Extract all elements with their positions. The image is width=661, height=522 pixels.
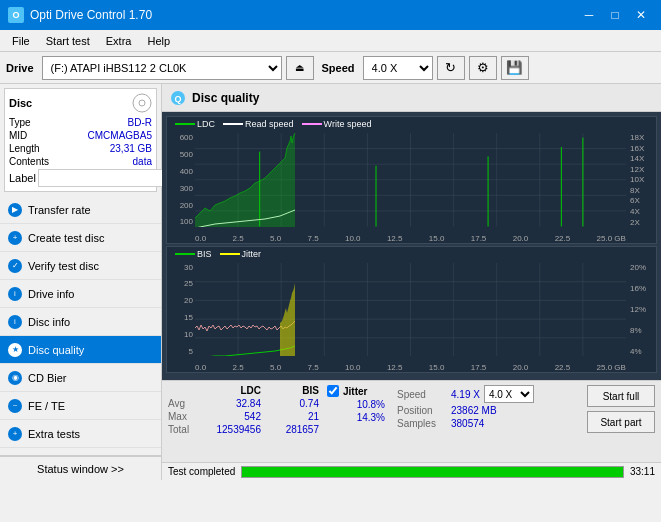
disc-label-row: Label 🖊 bbox=[9, 169, 152, 187]
config-button[interactable]: ⚙ bbox=[469, 56, 497, 80]
samples-row: Samples 380574 bbox=[397, 418, 534, 429]
nav-verify-test-disc[interactable]: ✓ Verify test disc bbox=[0, 252, 161, 280]
status-window-button[interactable]: Status window >> bbox=[0, 456, 161, 480]
disc-length-row: Length 23,31 GB bbox=[9, 143, 152, 154]
nav-drive-info[interactable]: i Drive info bbox=[0, 280, 161, 308]
total-ldc: 12539456 bbox=[203, 424, 261, 435]
maximize-button[interactable]: □ bbox=[603, 5, 627, 25]
lower-y-axis-left: 30 25 20 15 10 5 bbox=[167, 263, 195, 357]
nav-disc-info[interactable]: i Disc info bbox=[0, 308, 161, 336]
nav-icon-drive-info: i bbox=[8, 287, 22, 301]
speed-select[interactable]: 4.0 X bbox=[484, 385, 534, 403]
avg-label: Avg bbox=[168, 398, 203, 409]
progress-area: Test completed 33:11 bbox=[162, 462, 661, 480]
charts-area: LDC Read speed Write speed bbox=[162, 112, 661, 380]
nav-cd-bier[interactable]: ◉ CD Bier bbox=[0, 364, 161, 392]
nav-label-drive-info: Drive info bbox=[28, 288, 74, 300]
status-text: Test completed bbox=[168, 466, 235, 477]
legend-jitter: Jitter bbox=[220, 249, 262, 259]
speed-value: 4.19 X bbox=[451, 389, 480, 400]
minimize-button[interactable]: ─ bbox=[577, 5, 601, 25]
eject-button[interactable]: ⏏ bbox=[286, 56, 314, 80]
disc-type-row: Type BD-R bbox=[9, 117, 152, 128]
menu-start-test[interactable]: Start test bbox=[38, 33, 98, 49]
disc-label-input[interactable] bbox=[38, 169, 171, 187]
disc-panel-title: Disc bbox=[9, 97, 32, 109]
menu-bar: File Start test Extra Help bbox=[0, 30, 661, 52]
max-jitter: 14.3% bbox=[327, 412, 385, 423]
stats-ldc-bis: LDC BIS Avg 32.84 0.74 Max 542 21 Total … bbox=[168, 385, 319, 435]
avg-bis: 0.74 bbox=[261, 398, 319, 409]
stats-speed-section: Speed 4.19 X 4.0 X Position 23862 MB Sam… bbox=[397, 385, 534, 429]
svg-text:Q: Q bbox=[174, 94, 181, 104]
content-area: Q Disc quality LDC Read speed bbox=[162, 84, 661, 480]
nav-extra-tests[interactable]: + Extra tests bbox=[0, 420, 161, 448]
start-part-button[interactable]: Start part bbox=[587, 411, 655, 433]
nav-transfer-rate[interactable]: ▶ Transfer rate bbox=[0, 196, 161, 224]
svg-marker-37 bbox=[280, 283, 295, 357]
menu-help[interactable]: Help bbox=[139, 33, 178, 49]
nav-label-disc-quality: Disc quality bbox=[28, 344, 84, 356]
app-icon: O bbox=[8, 7, 24, 23]
jitter-avg-row: 10.8% bbox=[327, 399, 385, 410]
speed-select[interactable]: 4.0 X bbox=[363, 56, 433, 80]
svg-point-1 bbox=[139, 100, 145, 106]
progress-bar-inner bbox=[242, 467, 623, 477]
samples-label: Samples bbox=[397, 418, 447, 429]
disc-length-value: 23,31 GB bbox=[110, 143, 152, 154]
disc-mid-label: MID bbox=[9, 130, 27, 141]
nav-label-disc-info: Disc info bbox=[28, 316, 70, 328]
menu-file[interactable]: File bbox=[4, 33, 38, 49]
speed-label: Speed bbox=[322, 62, 355, 74]
close-button[interactable]: ✕ bbox=[629, 5, 653, 25]
nav-icon-transfer-rate: ▶ bbox=[8, 203, 22, 217]
drive-select[interactable]: (F:) ATAPI iHBS112 2 CL0K bbox=[42, 56, 282, 80]
stats-avg-row: Avg 32.84 0.74 bbox=[168, 398, 319, 409]
menu-extra[interactable]: Extra bbox=[98, 33, 140, 49]
disc-mid-value: CMCMAGBA5 bbox=[88, 130, 152, 141]
nav-icon-disc-quality: ★ bbox=[8, 343, 22, 357]
position-label: Position bbox=[397, 405, 447, 416]
jitter-max-row: 14.3% bbox=[327, 412, 385, 423]
nav-fe-te[interactable]: ~ FE / TE bbox=[0, 392, 161, 420]
disc-length-label: Length bbox=[9, 143, 40, 154]
upper-y-axis-left: 600 500 400 300 200 100 bbox=[167, 133, 195, 227]
lower-chart-svg bbox=[195, 263, 626, 357]
start-full-button[interactable]: Start full bbox=[587, 385, 655, 407]
nav-icon-create-test-disc: + bbox=[8, 231, 22, 245]
progress-bar-outer bbox=[241, 466, 624, 478]
nav-label-create-test-disc: Create test disc bbox=[28, 232, 104, 244]
disc-header: Disc bbox=[9, 93, 152, 113]
disc-icon bbox=[132, 93, 152, 113]
nav-disc-quality[interactable]: ★ Disc quality bbox=[0, 336, 161, 364]
status-window-label: Status window >> bbox=[37, 463, 124, 475]
write-speed-color-dot bbox=[302, 123, 322, 125]
nav-label-transfer-rate: Transfer rate bbox=[28, 204, 91, 216]
nav-icon-disc-info: i bbox=[8, 315, 22, 329]
stats-jitter-section: Jitter 10.8% 14.3% bbox=[327, 385, 385, 423]
disc-type-label: Type bbox=[9, 117, 31, 128]
jitter-header: Jitter bbox=[343, 386, 367, 397]
legend-bis: BIS bbox=[175, 249, 212, 259]
nav-create-test-disc[interactable]: + Create test disc bbox=[0, 224, 161, 252]
avg-ldc: 32.84 bbox=[203, 398, 261, 409]
title-bar: O Opti Drive Control 1.70 ─ □ ✕ bbox=[0, 0, 661, 30]
disc-contents-row: Contents data bbox=[9, 156, 152, 167]
total-bis: 281657 bbox=[261, 424, 319, 435]
max-label: Max bbox=[168, 411, 203, 422]
jitter-header-row: Jitter bbox=[327, 385, 385, 397]
nav-icon-verify-test-disc: ✓ bbox=[8, 259, 22, 273]
upper-chart: LDC Read speed Write speed bbox=[166, 116, 657, 244]
disc-label-key: Label bbox=[9, 172, 36, 184]
refresh-button[interactable]: ↻ bbox=[437, 56, 465, 80]
legend-ldc: LDC bbox=[175, 119, 215, 129]
max-ldc: 542 bbox=[203, 411, 261, 422]
upper-chart-svg bbox=[195, 133, 626, 227]
jitter-checkbox[interactable] bbox=[327, 385, 339, 397]
speed-row: Speed 4.19 X 4.0 X bbox=[397, 385, 534, 403]
legend-bis-label: BIS bbox=[197, 249, 212, 259]
max-bis: 21 bbox=[261, 411, 319, 422]
lower-chart-legend: BIS Jitter bbox=[175, 249, 261, 259]
stats-total-row: Total 12539456 281657 bbox=[168, 424, 319, 435]
save-button[interactable]: 💾 bbox=[501, 56, 529, 80]
